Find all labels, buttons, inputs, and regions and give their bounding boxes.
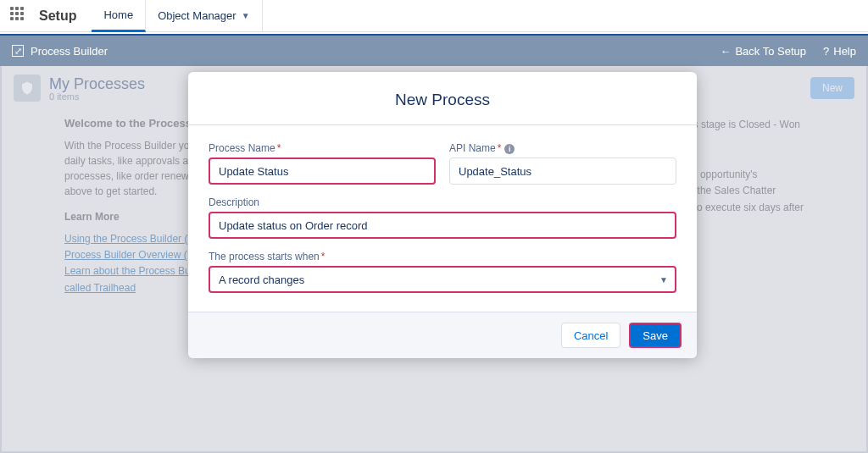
app-launcher-icon[interactable]	[10, 7, 29, 25]
tab-home[interactable]: Home	[92, 0, 146, 32]
info-icon[interactable]: i	[504, 144, 515, 154]
api-name-label: API Name*i	[449, 142, 676, 154]
subheader-title: Process Builder	[31, 45, 108, 58]
process-name-label: Process Name*	[209, 142, 436, 154]
process-name-input[interactable]	[209, 157, 436, 185]
tab-label: Object Manager	[158, 9, 236, 22]
starts-when-select[interactable]	[209, 266, 676, 293]
starts-when-label: The process starts when*	[209, 251, 676, 262]
description-label: Description	[209, 196, 676, 208]
back-to-setup-link[interactable]: ←Back To Setup	[720, 45, 806, 58]
new-process-modal: New Process Process Name* API Name*i Des…	[188, 72, 697, 358]
description-input[interactable]	[209, 212, 676, 239]
cancel-button[interactable]: Cancel	[561, 323, 620, 348]
tab-object-manager[interactable]: Object Manager ▼	[146, 0, 262, 32]
chevron-down-icon: ▼	[242, 11, 250, 20]
process-icon	[14, 75, 41, 102]
top-nav: Setup Home Object Manager ▼	[0, 0, 868, 32]
setup-label: Setup	[39, 8, 76, 24]
help-icon: ?	[823, 45, 829, 58]
new-button[interactable]: New	[810, 77, 854, 99]
api-name-input[interactable]	[449, 157, 676, 185]
subheader: ⤢ Process Builder ←Back To Setup ?Help	[0, 34, 868, 66]
tab-label: Home	[103, 8, 133, 21]
modal-title: New Process	[188, 72, 697, 125]
save-button[interactable]: Save	[629, 323, 682, 348]
page-title: My Processes	[49, 75, 145, 93]
arrow-left-icon: ←	[720, 45, 731, 58]
expand-icon[interactable]: ⤢	[12, 45, 24, 57]
close-icon[interactable]: ✕	[678, 83, 693, 105]
help-link[interactable]: ?Help	[823, 45, 856, 58]
